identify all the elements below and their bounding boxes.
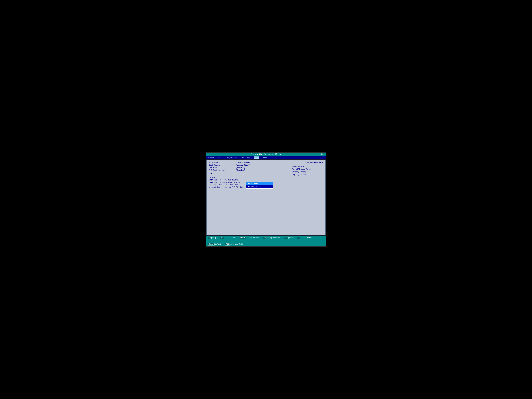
key-f9: F9 — [263, 237, 266, 239]
main-content: Boot Mode [Legacy Support] Boot Priority… — [206, 160, 326, 235]
help-panel-title: Item Specific Help — [292, 161, 323, 163]
usb-boot-value[interactable]: [Enabled] — [236, 167, 245, 169]
key-leftright-desc: Select Menu — [301, 237, 311, 239]
key-f10-group: F10 Save and Exit — [225, 243, 243, 246]
pxe-boot-value[interactable]: [Enabled] — [236, 169, 245, 171]
pxe-boot-label: PXE Boot to LAN — [209, 169, 236, 171]
menu-item-exit[interactable]: Exit — [262, 157, 268, 159]
key-f1: F1 — [208, 237, 212, 239]
bios-screen: InsydeH2O Setup Utility Rev Information … — [206, 152, 326, 247]
menu-item-configuration[interactable]: Configuration — [223, 157, 238, 159]
key-f9-group: F9 Setup Default — [263, 237, 280, 239]
pxe-boot-row: PXE Boot to LAN [Enabled] — [209, 169, 288, 171]
device-usb-hdd: USB HDD : Generic Flash Disk — [209, 184, 243, 186]
key-f1-group: F1 Help — [208, 237, 216, 239]
key-updown: ↑↓ — [220, 237, 224, 239]
boot-priority-row: Boot Priority [Legacy First] — [209, 164, 288, 166]
boot-priority-value[interactable]: [Legacy First] — [236, 164, 250, 166]
key-f5f6-desc: Change Values — [247, 237, 259, 239]
key-enter-group: Enter Select — [208, 243, 221, 246]
menu-bar: Information Configuration Security Boot … — [206, 156, 326, 159]
menu-item-boot[interactable]: Boot — [254, 157, 260, 159]
key-f10-desc: Save and Exit — [230, 243, 243, 245]
legacy-section-header: Legacy — [209, 177, 288, 178]
help-line-3: [Legacy First] — [292, 171, 323, 173]
key-updown-group: ↑↓ Select Item — [220, 237, 235, 239]
key-enter-desc: Select — [215, 243, 221, 245]
key-f5f6: F5/F6 — [239, 237, 246, 239]
device-sata-odd: SATA ODD : PLDS DVD-RW DA8A5SH — [209, 181, 243, 184]
key-updown-desc: Select Item — [225, 237, 235, 239]
efi-section-header: EFI — [209, 173, 288, 175]
key-enter: Enter — [208, 243, 215, 246]
title-bar: InsydeH2O Setup Utility Rev — [206, 153, 326, 156]
key-f1-desc: Help — [212, 237, 216, 239]
key-leftright-group: ↔ Select Menu — [297, 237, 311, 239]
boot-priority-label: Boot Priority — [209, 164, 236, 166]
key-f5f6-group: F5/F6 Change Values — [239, 237, 259, 239]
help-line-1: [UEFI First] — [292, 165, 323, 168]
key-esc-group: ESC Exit — [284, 237, 293, 239]
key-esc: ESC — [284, 237, 289, 239]
help-panel-content: [UEFI First] Try UEFI boot first. [Legac… — [292, 165, 323, 176]
bios-title: InsydeH2O Setup Utility — [251, 153, 281, 156]
key-f9-desc: Setup Default — [267, 237, 280, 239]
revision-label: Rev — [321, 153, 325, 155]
device-sata-hdd: SATA HDD : ST500LT012-1DG142 — [209, 179, 243, 181]
dropdown-option-uefi-first[interactable]: UEFI First — [246, 182, 272, 185]
left-panel: Boot Mode [Legacy Support] Boot Priority… — [207, 160, 290, 235]
boot-mode-value[interactable]: [Legacy Support] — [236, 162, 253, 164]
boot-mode-label: Boot Mode — [209, 162, 236, 164]
bottom-bar: F1 Help ↑↓ Select Item F5/F6 Change Valu… — [206, 236, 326, 246]
device-list: SATA HDD : ST500LT012-1DG142 SATA ODD : … — [209, 179, 243, 189]
menu-item-security[interactable]: Security — [241, 157, 251, 159]
menu-item-information[interactable]: Information — [207, 157, 220, 159]
usb-boot-label: USB Boot — [209, 167, 236, 169]
usb-boot-row: USB Boot [Enabled] — [209, 167, 288, 169]
dropdown-option-legacy-first[interactable]: Legacy First — [246, 185, 272, 188]
boot-priority-dropdown[interactable]: UEFI First Legacy First — [246, 182, 273, 189]
help-line-4: Try legacy boot first. — [292, 173, 323, 176]
help-line-2: Try UEFI boot first. — [292, 168, 323, 171]
device-network-boot: Network Boot: Realtek PXE B01 D00 — [209, 186, 243, 188]
key-esc-desc: Exit — [289, 237, 293, 239]
key-leftright: ↔ — [297, 237, 300, 239]
right-panel: Item Specific Help [UEFI First] Try UEFI… — [290, 160, 325, 235]
key-f10: F10 — [225, 243, 230, 246]
boot-mode-row: Boot Mode [Legacy Support] — [209, 162, 288, 164]
